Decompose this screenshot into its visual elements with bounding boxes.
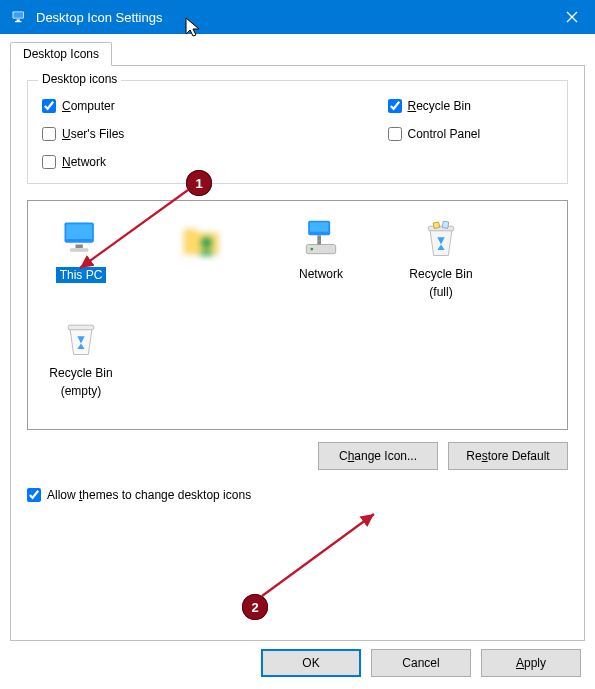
tab-desktop-icons[interactable]: Desktop Icons xyxy=(10,42,112,66)
svg-point-14 xyxy=(310,248,313,251)
change-icon-button[interactable]: Change Icon... xyxy=(318,442,438,470)
checkbox-users-files[interactable]: User's Files xyxy=(42,127,208,141)
network-icon xyxy=(297,215,345,263)
checkbox-recycle-bin-input[interactable] xyxy=(388,99,402,113)
checkbox-allow-themes[interactable]: Allow themes to change desktop icons xyxy=(27,488,568,502)
icon-item-user-folder[interactable] xyxy=(156,211,246,304)
apply-button[interactable]: Apply xyxy=(481,649,581,677)
icon-button-row: Change Icon... Restore Default xyxy=(27,442,568,470)
tab-label: Desktop Icons xyxy=(23,47,99,61)
svg-rect-7 xyxy=(70,248,88,252)
checkbox-allow-themes-input[interactable] xyxy=(27,488,41,502)
svg-rect-17 xyxy=(442,221,449,228)
dialog-button-row: OK Cancel Apply xyxy=(261,649,581,677)
icon-label-line2: (full) xyxy=(429,285,452,299)
cursor-icon xyxy=(184,16,202,41)
checkbox-network-input[interactable] xyxy=(42,155,56,169)
icon-label xyxy=(189,267,212,281)
checkbox-network[interactable]: Network xyxy=(42,155,208,169)
close-button[interactable] xyxy=(549,0,595,34)
tab-page: Desktop icons Computer User's Files Netw… xyxy=(10,65,585,641)
svg-rect-1 xyxy=(13,12,23,18)
svg-rect-15 xyxy=(428,226,454,231)
checkbox-recycle-bin[interactable]: Recycle Bin xyxy=(388,99,554,113)
desktop-icons-group: Desktop icons Computer User's Files Netw… xyxy=(27,80,568,184)
icon-item-this-pc[interactable]: This PC xyxy=(36,211,126,304)
icon-list[interactable]: This PC xyxy=(27,200,568,430)
svg-rect-13 xyxy=(317,241,321,245)
icon-label: This PC xyxy=(56,267,107,283)
svg-rect-2 xyxy=(17,19,20,21)
icon-label: Network xyxy=(299,267,343,281)
restore-default-button[interactable]: Restore Default xyxy=(448,442,568,470)
ok-button[interactable]: OK xyxy=(261,649,361,677)
client-area: Desktop Icons Desktop icons Computer Use… xyxy=(0,34,595,689)
app-icon xyxy=(10,8,28,26)
checkbox-control-panel-input[interactable] xyxy=(388,127,402,141)
svg-rect-5 xyxy=(66,224,92,239)
svg-rect-18 xyxy=(68,325,94,330)
checkbox-control-panel[interactable]: Control Panel xyxy=(388,127,554,141)
checkbox-users-files-input[interactable] xyxy=(42,127,56,141)
icon-item-network[interactable]: Network xyxy=(276,211,366,304)
annotation-badge-2: 2 xyxy=(242,594,268,620)
svg-rect-10 xyxy=(310,223,328,232)
annotation-badge-1: 1 xyxy=(186,170,212,196)
window-title: Desktop Icon Settings xyxy=(36,10,549,25)
svg-rect-11 xyxy=(317,235,321,241)
icon-item-recycle-bin-full[interactable]: Recycle Bin (full) xyxy=(396,211,486,304)
svg-rect-16 xyxy=(433,222,440,229)
icon-label-line1: Recycle Bin xyxy=(49,366,112,380)
checkbox-computer-input[interactable] xyxy=(42,99,56,113)
svg-rect-3 xyxy=(15,21,21,22)
recycle-bin-full-icon xyxy=(417,215,465,263)
icon-label-line2: (empty) xyxy=(61,384,102,398)
tab-strip: Desktop Icons xyxy=(10,40,585,66)
checkbox-computer[interactable]: Computer xyxy=(42,99,208,113)
group-legend: Desktop icons xyxy=(38,72,121,86)
computer-icon xyxy=(57,215,105,263)
svg-point-8 xyxy=(201,237,212,248)
user-folder-icon xyxy=(177,215,225,263)
icon-item-recycle-bin-empty[interactable]: Recycle Bin (empty) xyxy=(36,310,126,403)
recycle-bin-empty-icon xyxy=(57,314,105,362)
title-bar: Desktop Icon Settings xyxy=(0,0,595,34)
cancel-button[interactable]: Cancel xyxy=(371,649,471,677)
icon-label-line1: Recycle Bin xyxy=(409,267,472,281)
close-icon xyxy=(566,11,578,23)
svg-rect-6 xyxy=(76,245,83,249)
